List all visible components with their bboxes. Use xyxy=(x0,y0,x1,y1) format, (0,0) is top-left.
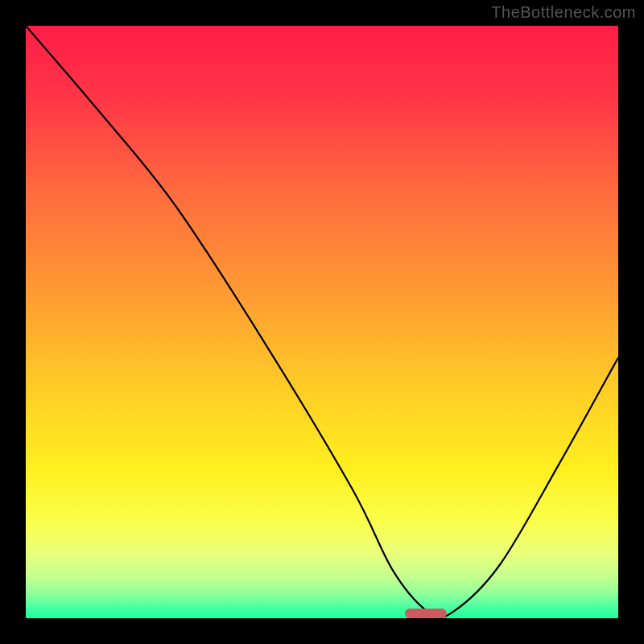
plot-area xyxy=(26,26,618,618)
chart-frame: TheBottleneck.com xyxy=(0,0,644,644)
bottleneck-curve xyxy=(26,26,618,618)
curve-path xyxy=(26,26,618,618)
watermark-text: TheBottleneck.com xyxy=(491,3,636,22)
optimal-marker xyxy=(405,609,447,618)
